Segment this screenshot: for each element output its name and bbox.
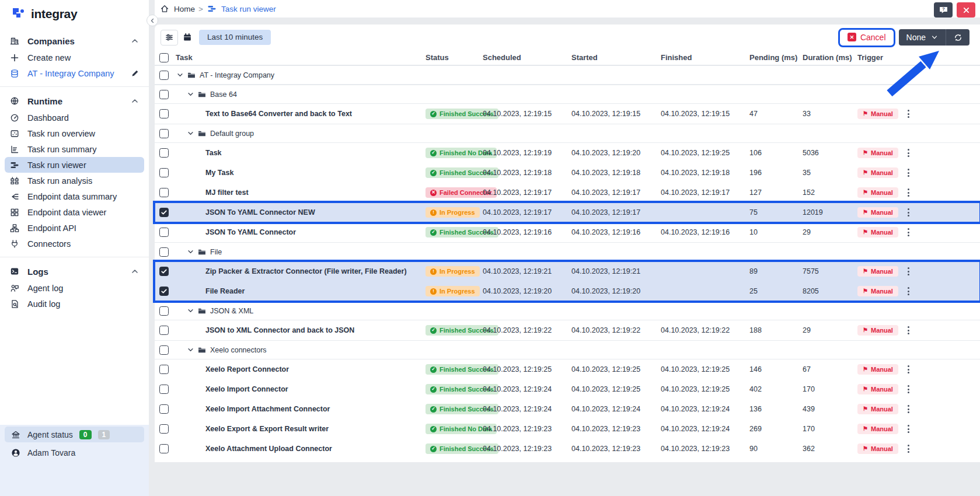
task-name[interactable]: Xeelo Report Connector xyxy=(176,365,289,373)
row-menu-button[interactable] xyxy=(903,166,913,179)
row-checkbox[interactable] xyxy=(159,247,169,257)
group-label: Base 64 xyxy=(210,90,237,99)
cancel-button[interactable]: ✕ Cancel xyxy=(841,30,893,45)
row-checkbox[interactable] xyxy=(159,287,169,296)
row-menu-button[interactable] xyxy=(903,442,913,455)
column-header-pending-ms[interactable]: Pending (ms) xyxy=(749,53,803,62)
chevron-down-icon[interactable] xyxy=(187,249,194,255)
task-name[interactable]: JSON to XML Connector and back to JSON xyxy=(176,326,354,334)
sidebar-item-task-run-analysis[interactable]: Task run analysis xyxy=(5,173,144,188)
column-header-finished[interactable]: Finished xyxy=(661,53,749,62)
row-checkbox[interactable] xyxy=(159,71,169,80)
row-checkbox[interactable] xyxy=(159,306,169,316)
chevron-down-icon[interactable] xyxy=(187,91,194,97)
row-checkbox[interactable] xyxy=(159,365,169,374)
task-name[interactable]: Xeelo Export & Export Result writer xyxy=(176,425,329,433)
time-range-chip[interactable]: Last 10 minutes xyxy=(199,30,271,45)
sidebar-section-companies[interactable]: Companies xyxy=(0,32,149,50)
sidebar-item-at-integray-company[interactable]: AT - Integray Company xyxy=(5,65,144,81)
sidebar-item-connectors[interactable]: Connectors xyxy=(5,236,144,252)
column-header-duration-ms[interactable]: Duration (ms) xyxy=(803,53,857,62)
row-menu-button[interactable] xyxy=(903,265,913,278)
sidebar-item-dashboard[interactable]: Dashboard xyxy=(5,110,144,125)
row-checkbox[interactable] xyxy=(159,444,169,453)
row-menu-button[interactable] xyxy=(903,422,913,435)
task-name[interactable]: JSON To YAML Connector NEW xyxy=(176,208,315,216)
column-header-scheduled[interactable]: Scheduled xyxy=(483,53,571,62)
chevron-down-icon[interactable] xyxy=(187,130,194,137)
select-all-checkbox[interactable] xyxy=(159,53,169,62)
row-menu-button[interactable] xyxy=(903,186,913,199)
row-checkbox[interactable] xyxy=(159,188,169,197)
sidebar-item-endpoint-data-summary[interactable]: Endpoint data summary xyxy=(5,188,144,204)
sidebar-item-task-run-summary[interactable]: Task run summary xyxy=(5,141,144,157)
refresh-button[interactable] xyxy=(946,29,969,46)
row-checkbox[interactable] xyxy=(159,326,169,335)
pencil-icon[interactable] xyxy=(131,69,139,78)
sidebar-section-runtime[interactable]: Runtime xyxy=(0,92,149,110)
row-menu-button[interactable] xyxy=(903,383,913,396)
sidebar-section-logs[interactable]: Logs xyxy=(0,263,149,280)
row-menu-button[interactable] xyxy=(903,285,913,298)
row-menu-button[interactable] xyxy=(903,324,913,337)
row-checkbox[interactable] xyxy=(159,168,169,177)
breadcrumb-current[interactable]: Task run viewer xyxy=(207,4,276,13)
row-checkbox[interactable] xyxy=(159,345,169,355)
chevron-up-icon[interactable] xyxy=(130,96,139,106)
sidebar-item-endpoint-data-viewer[interactable]: Endpoint data viewer xyxy=(5,204,144,220)
column-header-status[interactable]: Status xyxy=(426,53,483,62)
close-button[interactable] xyxy=(957,2,975,18)
filter-settings-button[interactable] xyxy=(161,30,178,46)
row-checkbox[interactable] xyxy=(159,228,169,237)
sidebar-item-agent-log[interactable]: Agent log xyxy=(5,280,144,296)
agent-status[interactable]: Agent status 0 1 xyxy=(5,427,144,442)
column-header-started[interactable]: Started xyxy=(571,53,661,62)
task-row-xeelo-export-export-result-writer: Xeelo Export & Export Result writer✓Fini… xyxy=(155,419,980,439)
row-checkbox[interactable] xyxy=(159,208,169,217)
row-menu-button[interactable] xyxy=(903,403,913,415)
task-name[interactable]: Text to Base64 Converter and back to Tex… xyxy=(176,110,352,118)
row-menu-button[interactable] xyxy=(903,146,913,159)
chevron-down-icon[interactable] xyxy=(187,347,194,353)
chevron-up-icon[interactable] xyxy=(130,267,139,276)
row-checkbox[interactable] xyxy=(159,385,169,394)
task-name[interactable]: Zip Packer & Extractor Connector (File w… xyxy=(176,267,407,275)
task-name[interactable]: MJ filter test xyxy=(176,188,249,197)
sidebar-item-label: Task run overview xyxy=(27,129,95,138)
row-checkbox[interactable] xyxy=(159,148,169,158)
task-name[interactable]: JSON To YAML Connector xyxy=(176,228,296,236)
help-chat-button[interactable]: ? xyxy=(934,2,953,18)
sidebar-item-create-new[interactable]: Create new xyxy=(5,50,144,65)
row-checkbox[interactable] xyxy=(159,404,169,414)
task-name[interactable]: File Reader xyxy=(176,287,245,295)
calendar-button[interactable] xyxy=(179,30,196,46)
task-name[interactable]: Task xyxy=(176,149,222,157)
row-menu-button[interactable] xyxy=(903,206,913,219)
task-name[interactable]: Xeelo Import Connector xyxy=(176,385,288,393)
column-header-task[interactable]: Task xyxy=(176,53,426,62)
chevron-down-icon[interactable] xyxy=(177,72,183,78)
sidebar-item-task-run-overview[interactable]: Task run overview xyxy=(5,125,144,141)
task-name[interactable]: Xeelo Import Attachment Connector xyxy=(176,405,330,413)
task-name[interactable]: My Task xyxy=(176,169,233,177)
sidebar-item-task-run-viewer[interactable]: Task run viewer xyxy=(5,157,144,173)
row-menu-button[interactable] xyxy=(903,107,913,120)
row-checkbox[interactable] xyxy=(159,267,169,276)
breadcrumb-home[interactable]: Home xyxy=(159,4,195,13)
chevron-down-icon[interactable] xyxy=(187,308,194,314)
sidebar-item-endpoint-api[interactable]: Endpoint API xyxy=(5,220,144,236)
row-checkbox[interactable] xyxy=(159,90,169,99)
row-checkbox[interactable] xyxy=(159,129,169,138)
task-name[interactable]: Xeelo Attachment Upload Connector xyxy=(176,445,332,453)
column-header-trigger[interactable]: Trigger xyxy=(857,53,897,62)
duration-cell: 12019 xyxy=(803,208,857,216)
sidebar-item-audit-log[interactable]: Audit log xyxy=(5,296,144,312)
group-by-dropdown[interactable]: None xyxy=(899,29,946,46)
row-checkbox[interactable] xyxy=(159,424,169,434)
row-menu-button[interactable] xyxy=(903,363,913,376)
sidebar-collapse-button[interactable] xyxy=(147,15,158,26)
chevron-up-icon[interactable] xyxy=(130,36,139,46)
user-menu[interactable]: Adam Tovara xyxy=(0,445,149,460)
row-checkbox[interactable] xyxy=(159,109,169,118)
row-menu-button[interactable] xyxy=(903,226,913,239)
